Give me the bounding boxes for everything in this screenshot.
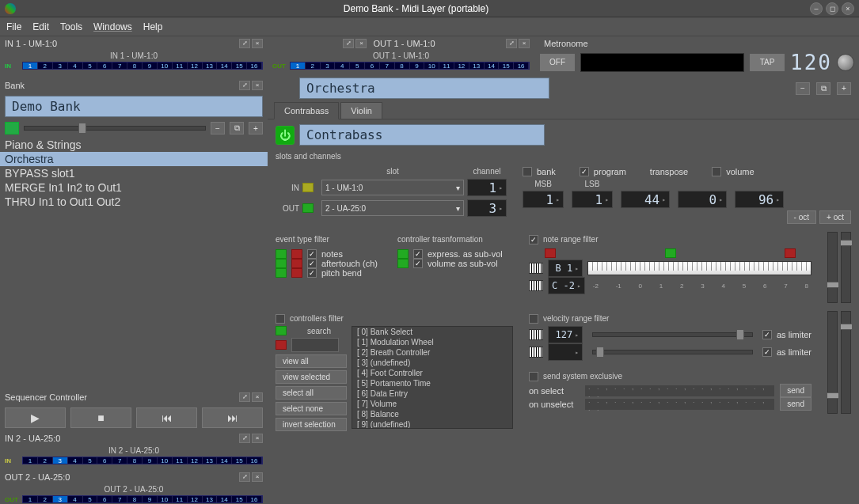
- channel-2[interactable]: 2: [306, 63, 321, 69]
- channel-7[interactable]: 7: [112, 63, 127, 69]
- bank-close-button[interactable]: ×: [252, 81, 263, 90]
- maximize-button[interactable]: ◻: [826, 2, 838, 15]
- sysex-checkbox[interactable]: [529, 372, 538, 381]
- menu-edit[interactable]: Edit: [32, 21, 49, 32]
- vel-slider-lo[interactable]: [592, 332, 753, 337]
- out-channel-field[interactable]: 3: [467, 199, 507, 217]
- channel-13[interactable]: 13: [203, 457, 218, 464]
- channel-10[interactable]: 10: [158, 496, 173, 502]
- channel-4[interactable]: 4: [68, 496, 83, 502]
- out1-channel-strip[interactable]: 12345678910111213141516: [290, 62, 530, 70]
- send-onunselect-button[interactable]: send: [780, 397, 811, 411]
- menu-file[interactable]: File: [6, 21, 21, 32]
- channel-15[interactable]: 15: [232, 457, 247, 464]
- in2-detach-button[interactable]: ⤢: [239, 434, 250, 443]
- bank-plus-button[interactable]: +: [249, 122, 263, 135]
- channel-11[interactable]: 11: [173, 496, 188, 502]
- bank-checkbox[interactable]: [523, 167, 532, 176]
- channel-12[interactable]: 12: [188, 496, 203, 502]
- program-checkbox[interactable]: [580, 167, 589, 176]
- bank-detach-button[interactable]: ⤢: [239, 81, 250, 90]
- cc-item[interactable]: [ 5] Portamento Time: [352, 378, 512, 388]
- seq-play-button[interactable]: ▶: [5, 407, 66, 428]
- seq-stop-button[interactable]: ■: [70, 407, 131, 428]
- evt-checkbox[interactable]: [307, 249, 317, 259]
- channel-2[interactable]: 2: [38, 496, 53, 502]
- note-range-checkbox[interactable]: [529, 235, 538, 244]
- in-slot-combo[interactable]: 1 - UM-1:0: [321, 180, 464, 195]
- seq-next-button[interactable]: ⏭: [202, 407, 263, 428]
- metro-tap-button[interactable]: TAP: [749, 53, 785, 72]
- cc-item[interactable]: [ 9] (undefined): [352, 419, 512, 429]
- note-hi-field[interactable]: C -2: [548, 277, 585, 294]
- channel-13[interactable]: 13: [203, 63, 218, 69]
- cc-item[interactable]: [ 7] Volume: [352, 399, 512, 409]
- ctrlfilter-search-input[interactable]: [291, 338, 339, 352]
- channel-11[interactable]: 11: [173, 63, 188, 69]
- ct-checkbox[interactable]: [413, 249, 423, 259]
- channel-3[interactable]: 3: [53, 457, 68, 464]
- ct-checkbox[interactable]: [413, 259, 423, 268]
- channel-5[interactable]: 5: [83, 496, 98, 502]
- out1-close-button[interactable]: ×: [355, 39, 367, 48]
- channel-5[interactable]: 5: [83, 63, 98, 69]
- channel-4[interactable]: 4: [335, 63, 350, 69]
- note-lo-field[interactable]: B 1: [548, 260, 583, 277]
- channel-9[interactable]: 9: [143, 457, 158, 464]
- close-button[interactable]: ×: [842, 2, 854, 15]
- channel-16[interactable]: 16: [247, 63, 262, 69]
- evt-checkbox[interactable]: [307, 268, 317, 278]
- master-slider-1[interactable]: [827, 311, 838, 414]
- channel-15[interactable]: 15: [232, 496, 247, 502]
- master-slider-2[interactable]: [841, 311, 851, 414]
- bank-item[interactable]: Orchestra: [0, 152, 268, 166]
- bank-item[interactable]: THRU In1 to Out1 Out2: [0, 195, 268, 209]
- bank-list[interactable]: Piano & StringsOrchestraBYPASS slot1MERG…: [0, 136, 268, 390]
- cc-item[interactable]: [ 6] Data Entry: [352, 388, 512, 399]
- cc-item[interactable]: [ 3] (undefined): [352, 358, 512, 368]
- onselect-field[interactable]: . . , . . , . . , . . , . . , . . , . . …: [584, 385, 775, 397]
- bank-minus-button[interactable]: −: [211, 122, 225, 135]
- selall-button[interactable]: select all: [276, 386, 347, 400]
- metro-bpm-knob[interactable]: [837, 54, 854, 71]
- channel-6[interactable]: 6: [97, 496, 112, 502]
- channel-11[interactable]: 11: [439, 63, 454, 69]
- channel-2[interactable]: 2: [38, 63, 53, 69]
- channel-16[interactable]: 16: [514, 63, 529, 69]
- channel-11[interactable]: 11: [173, 457, 188, 464]
- vol-slider-2[interactable]: [841, 232, 851, 303]
- out1-detach2-button[interactable]: ⤢: [506, 39, 517, 48]
- tab-violin[interactable]: Violin: [340, 102, 382, 119]
- minimize-button[interactable]: –: [810, 2, 823, 15]
- channel-16[interactable]: 16: [247, 496, 262, 502]
- channel-6[interactable]: 6: [97, 457, 112, 464]
- in2-channel-strip[interactable]: 12345678910111213141516: [22, 457, 263, 464]
- channel-10[interactable]: 10: [424, 63, 439, 69]
- channel-14[interactable]: 14: [485, 63, 500, 69]
- channel-2[interactable]: 2: [38, 457, 53, 464]
- channel-4[interactable]: 4: [68, 457, 83, 464]
- in-channel-field[interactable]: 1: [467, 179, 507, 196]
- bank-item[interactable]: MERGE In1 In2 to Out1: [0, 180, 268, 195]
- bank-active-led[interactable]: [5, 122, 19, 135]
- keyboard-range[interactable]: [587, 261, 811, 275]
- channel-16[interactable]: 16: [247, 457, 262, 464]
- channel-13[interactable]: 13: [469, 63, 485, 69]
- invsel-button[interactable]: invert selection: [276, 418, 347, 431]
- msb-field[interactable]: 1: [523, 191, 564, 208]
- channel-9[interactable]: 9: [410, 63, 425, 69]
- bank-name-field[interactable]: Demo Bank: [5, 96, 263, 117]
- velrange-checkbox[interactable]: [529, 314, 538, 324]
- channel-7[interactable]: 7: [380, 63, 395, 69]
- channel-10[interactable]: 10: [158, 63, 173, 69]
- channel-12[interactable]: 12: [188, 63, 203, 69]
- send-onselect-button[interactable]: send: [780, 384, 811, 397]
- in1-detach-button[interactable]: ⤢: [239, 39, 250, 48]
- menu-tools[interactable]: Tools: [60, 21, 82, 32]
- in2-close-button[interactable]: ×: [252, 434, 263, 443]
- channel-15[interactable]: 15: [499, 63, 514, 69]
- channel-8[interactable]: 8: [395, 63, 410, 69]
- channel-9[interactable]: 9: [143, 63, 158, 69]
- bank-item[interactable]: Piano & Strings: [0, 138, 268, 152]
- channel-6[interactable]: 6: [97, 63, 112, 69]
